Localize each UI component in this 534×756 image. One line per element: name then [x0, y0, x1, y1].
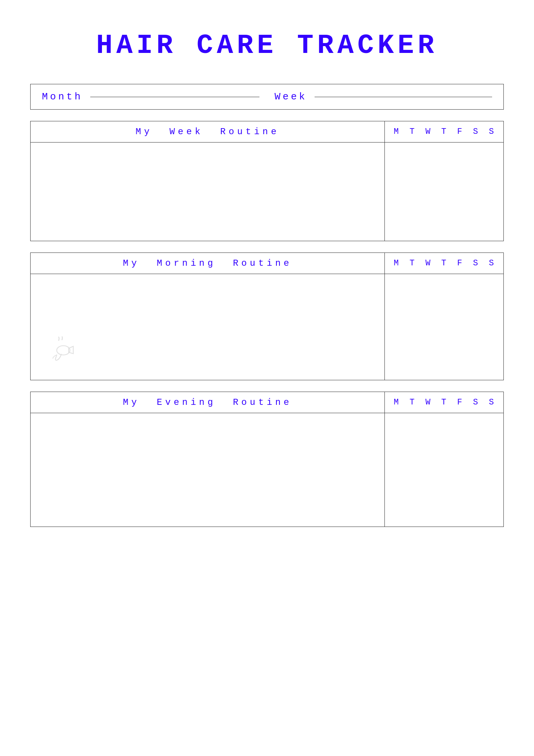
- col-s1-2: [468, 274, 484, 380]
- week-routine-header: My Week Routine M T W T F S S: [31, 121, 503, 143]
- col-t-3: [404, 413, 420, 527]
- evening-routine-day-headers: M T W T F S S: [385, 392, 503, 413]
- col-t-1: [404, 143, 420, 241]
- morning-routine-title: My Morning Routine: [31, 253, 385, 274]
- day-f-1: F: [452, 127, 468, 136]
- day-t-2: T: [404, 259, 420, 268]
- day-w-3: W: [420, 398, 436, 407]
- col-f-2: [452, 274, 468, 380]
- week-line: [315, 97, 492, 97]
- day-s2-1: S: [484, 127, 500, 136]
- week-routine-section: My Week Routine M T W T F S S: [30, 121, 504, 241]
- col-f-1: [452, 143, 468, 241]
- month-line: [90, 97, 259, 97]
- week-routine-body: [31, 143, 503, 241]
- col-th-1: [436, 143, 452, 241]
- week-routine-day-columns: [385, 143, 503, 241]
- col-w-2: [420, 274, 436, 380]
- page-title: HAIR CARE TRACKER: [96, 30, 438, 61]
- day-w-2: W: [420, 259, 436, 268]
- day-f-3: F: [452, 398, 468, 407]
- day-t-1: T: [404, 127, 420, 136]
- col-m-3: [389, 413, 404, 527]
- day-s2-3: S: [484, 398, 500, 407]
- col-t-2: [404, 274, 420, 380]
- col-s1-1: [468, 143, 484, 241]
- morning-routine-day-columns: [385, 274, 503, 380]
- week-routine-day-headers: M T W T F S S: [385, 121, 503, 142]
- week-section: Week: [259, 91, 492, 102]
- day-m-2: M: [389, 259, 404, 268]
- hair-dryer-icon: [49, 336, 76, 365]
- day-w-1: W: [420, 127, 436, 136]
- month-label: Month: [42, 91, 83, 102]
- day-s2-2: S: [484, 259, 500, 268]
- day-th-2: T: [436, 259, 452, 268]
- morning-routine-header: My Morning Routine M T W T F S S: [31, 253, 503, 274]
- col-w-1: [420, 143, 436, 241]
- week-routine-content: [31, 143, 385, 241]
- page: HAIR CARE TRACKER Month Week My Week Rou…: [30, 23, 504, 733]
- morning-routine-content: [31, 274, 385, 380]
- day-t-3: T: [404, 398, 420, 407]
- morning-routine-day-headers: M T W T F S S: [385, 253, 503, 274]
- col-s2-3: [484, 413, 500, 527]
- evening-routine-header: My Evening Routine M T W T F S S: [31, 392, 503, 413]
- day-m-3: M: [389, 398, 404, 407]
- svg-point-0: [57, 346, 70, 355]
- month-week-header: Month Week: [30, 84, 504, 110]
- col-m-2: [389, 274, 404, 380]
- evening-routine-body: [31, 413, 503, 527]
- day-th-3: T: [436, 398, 452, 407]
- day-th-1: T: [436, 127, 452, 136]
- evening-routine-section: My Evening Routine M T W T F S S: [30, 392, 504, 527]
- evening-routine-day-columns: [385, 413, 503, 527]
- week-routine-title: My Week Routine: [31, 121, 385, 142]
- col-s2-1: [484, 143, 500, 241]
- day-m-1: M: [389, 127, 404, 136]
- col-w-3: [420, 413, 436, 527]
- col-s1-3: [468, 413, 484, 527]
- week-label: Week: [275, 91, 307, 102]
- evening-routine-content: [31, 413, 385, 527]
- col-s2-2: [484, 274, 500, 380]
- col-th-2: [436, 274, 452, 380]
- col-f-3: [452, 413, 468, 527]
- month-section: Month: [42, 91, 259, 102]
- morning-routine-section: My Morning Routine M T W T F S S: [30, 253, 504, 380]
- col-m-1: [389, 143, 404, 241]
- day-f-2: F: [452, 259, 468, 268]
- day-s1-3: S: [468, 398, 484, 407]
- morning-routine-body: [31, 274, 503, 380]
- evening-routine-title: My Evening Routine: [31, 392, 385, 413]
- col-th-3: [436, 413, 452, 527]
- day-s1-1: S: [468, 127, 484, 136]
- day-s1-2: S: [468, 259, 484, 268]
